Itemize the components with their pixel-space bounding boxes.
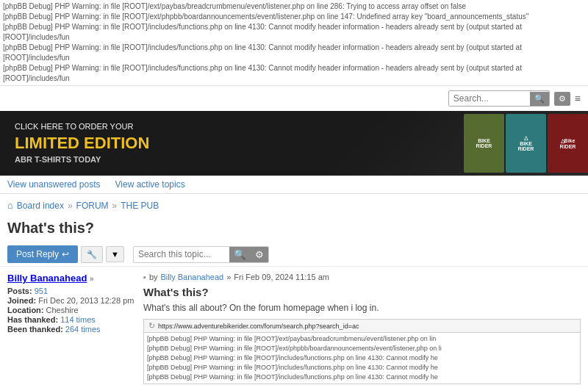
menu-icon: ≡ xyxy=(575,93,581,104)
user-sidebar: Billy Bananahead » Posts: 951 Joined: Fr… xyxy=(7,273,136,384)
debug-line-1: [phpBB Debug] PHP Warning: in file [ROOT… xyxy=(3,1,585,12)
url-bar: ↻ https://www.adventurebikerider.com/for… xyxy=(144,320,580,333)
wrench-icon: 🔧 xyxy=(87,250,97,259)
post-reply-button[interactable]: Post Reply ↩ xyxy=(7,245,78,263)
banner-click-here: CLICK HERE TO ORDER YOUR xyxy=(15,122,133,131)
shirt-teal: △BIKERIDER xyxy=(506,114,546,173)
joined-value: Fri Dec 20, 2013 12:28 pm xyxy=(38,296,134,305)
user-name-link[interactable]: Billy Bananahead xyxy=(7,273,87,284)
topic-search-input[interactable] xyxy=(134,247,229,262)
debug-line-4: [phpBB Debug] PHP Warning: in file [ROOT… xyxy=(3,43,585,63)
thanked-value[interactable]: 114 times xyxy=(60,315,96,324)
been-thanked-stat: Been thanked: 264 times xyxy=(7,325,136,334)
shirt-maroon: △BikeRIDER xyxy=(548,114,588,173)
banner-text: CLICK HERE TO ORDER YOUR LIMITED EDITION… xyxy=(15,120,149,166)
post-date: Fri Feb 09, 2024 11:15 am xyxy=(234,273,329,281)
reload-icon: ↻ xyxy=(148,321,155,331)
post-topic-title: What's this? xyxy=(143,286,581,298)
joined-label: Joined: xyxy=(7,296,36,305)
topic-search-gear-icon: ⚙ xyxy=(255,249,264,260)
nav-bar: View unanswered posts View active topics xyxy=(0,176,588,194)
post-dot-icon: ▪ xyxy=(143,273,146,281)
chevron-down-icon: ▼ xyxy=(111,250,119,259)
tools-dropdown-button[interactable]: ▼ xyxy=(106,246,124,262)
post-author-link[interactable]: Billy Bananahead xyxy=(161,273,224,281)
post-header: ▪ by Billy Bananahead » Fri Feb 09, 2024… xyxy=(143,273,581,281)
gear-icon: ⚙ xyxy=(559,94,566,103)
debug-line-5: [phpBB Debug] PHP Warning: in file [ROOT… xyxy=(3,63,585,84)
topic-search-form: 🔍 ⚙ xyxy=(133,246,269,263)
emb-debug-4: [phpBB Debug] PHP Warning: in file [ROOT… xyxy=(147,363,577,373)
home-icon: ⌂ xyxy=(7,200,13,211)
search-icon: 🔍 xyxy=(534,94,545,103)
search-form: 🔍 xyxy=(448,90,550,107)
post-reply-label: Post Reply xyxy=(16,249,59,259)
search-button[interactable]: 🔍 xyxy=(530,92,549,106)
emb-debug-1: [phpBB Debug] PHP Warning: in file [ROOT… xyxy=(147,334,577,344)
toolbar: Post Reply ↩ 🔧 ▼ 🔍 ⚙ xyxy=(0,242,588,267)
location-stat: Location: Cheshire xyxy=(7,306,136,314)
banner-subtitle: ABR T-SHIRTS TODAY xyxy=(15,155,101,164)
topic-search-go-button[interactable]: 🔍 xyxy=(229,247,251,262)
user-stats: Posts: 951 Joined: Fri Dec 20, 2013 12:2… xyxy=(7,287,136,334)
joined-stat: Joined: Fri Dec 20, 2013 12:28 pm xyxy=(7,296,136,305)
shirt-maroon-label: △BikeRIDER xyxy=(560,138,576,149)
location-label: Location: xyxy=(7,306,44,314)
thanked-label: Has thanked: xyxy=(7,315,58,324)
url-text: https://www.adventurebikerider.com/forum… xyxy=(158,323,359,330)
debug-line-2: [phpBB Debug] PHP Warning: in file [ROOT… xyxy=(3,12,585,22)
post-date-sep: » xyxy=(226,273,231,281)
breadcrumb-sep-1: » xyxy=(68,201,73,211)
shirt-olive: BIKERIDER xyxy=(464,114,504,173)
page-title: What's this? xyxy=(0,217,588,242)
post-body: What's this all about? On the forum home… xyxy=(143,303,581,313)
posts-label: Posts: xyxy=(7,287,32,295)
emb-debug-2: [phpBB Debug] PHP Warning: in file [ROOT… xyxy=(147,344,577,353)
topic-search-icon: 🔍 xyxy=(234,249,246,260)
content-area: Billy Bananahead » Posts: 951 Joined: Fr… xyxy=(0,267,588,385)
breadcrumb-sep-2: » xyxy=(112,201,118,211)
user-online-indicator: » xyxy=(90,275,94,283)
view-unanswered-link[interactable]: View unanswered posts xyxy=(7,179,101,190)
been-thanked-value[interactable]: 264 times xyxy=(65,325,101,334)
header: 🔍 ⚙ ≡ xyxy=(0,86,588,111)
screenshot-preview: ↻ https://www.adventurebikerider.com/for… xyxy=(143,319,581,384)
breadcrumb-forum[interactable]: FORUM xyxy=(76,201,109,211)
view-active-link[interactable]: View active topics xyxy=(115,179,185,190)
banner-limited: LIMITED EDITION xyxy=(15,133,149,154)
shirt-teal-label: △BIKERIDER xyxy=(518,135,534,151)
banner-shirts: BIKERIDER △BIKERIDER △BikeRIDER xyxy=(464,111,588,176)
post-content: ▪ by Billy Bananahead » Fri Feb 09, 2024… xyxy=(143,273,581,384)
reply-arrow-icon: ↩ xyxy=(62,249,69,259)
menu-button[interactable]: ≡ xyxy=(575,93,581,104)
topic-search-settings-button[interactable]: ⚙ xyxy=(251,247,268,262)
emb-debug-5: [phpBB Debug] PHP Warning: in file [ROOT… xyxy=(147,373,577,382)
embedded-debug-lines: [phpBB Debug] PHP Warning: in file [ROOT… xyxy=(144,333,580,384)
thanked-stat: Has thanked: 114 times xyxy=(7,315,136,324)
breadcrumb: ⌂ Board index » FORUM » THE PUB xyxy=(0,194,588,217)
breadcrumb-sub[interactable]: THE PUB xyxy=(121,201,159,211)
post-by-label: by xyxy=(149,273,158,281)
debug-bar: [phpBB Debug] PHP Warning: in file [ROOT… xyxy=(0,0,588,86)
shirt-olive-label: BIKERIDER xyxy=(476,138,492,148)
posts-value[interactable]: 951 xyxy=(35,287,48,295)
location-value: Cheshire xyxy=(46,306,79,314)
tools-button[interactable]: 🔧 xyxy=(81,246,103,263)
emb-debug-3: [phpBB Debug] PHP Warning: in file [ROOT… xyxy=(147,353,577,363)
been-thanked-label: Been thanked: xyxy=(7,325,63,334)
breadcrumb-home[interactable]: Board index xyxy=(17,201,64,211)
user-name: Billy Bananahead » xyxy=(7,273,136,284)
banner: CLICK HERE TO ORDER YOUR LIMITED EDITION… xyxy=(0,111,588,176)
search-input[interactable] xyxy=(449,91,530,106)
debug-line-3: [phpBB Debug] PHP Warning: in file [ROOT… xyxy=(3,22,585,43)
posts-stat: Posts: 951 xyxy=(7,287,136,295)
settings-icon-button[interactable]: ⚙ xyxy=(554,92,570,106)
